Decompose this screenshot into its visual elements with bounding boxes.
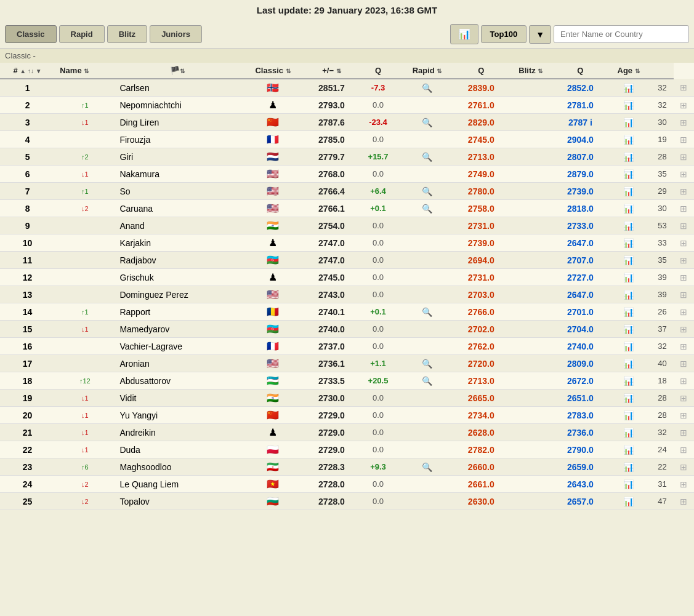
bar-icon-cell[interactable]: 📊 xyxy=(606,114,651,131)
bar-icon-cell[interactable]: 📊 xyxy=(606,355,651,372)
name-cell[interactable]: Yu Yangyi xyxy=(115,407,240,424)
bar-icon-cell[interactable]: 📊 xyxy=(606,424,651,441)
name-cell[interactable]: So xyxy=(115,183,240,200)
q1-cell[interactable]: 🔍 xyxy=(399,148,456,166)
grid-icon-cell[interactable]: ⊞ xyxy=(674,355,694,372)
classic-cell: 2736.1 xyxy=(306,355,358,372)
name-cell[interactable]: Mamedyarov xyxy=(115,321,240,338)
name-cell[interactable]: Carlsen xyxy=(115,79,240,97)
grid-icon-cell[interactable]: ⊞ xyxy=(674,286,694,303)
search-input[interactable] xyxy=(554,25,689,43)
bar-icon-cell[interactable]: 📊 xyxy=(606,217,651,234)
name-cell[interactable]: Ding Liren xyxy=(115,114,240,131)
bar-icon-cell[interactable]: 📊 xyxy=(606,407,651,424)
name-cell[interactable]: Topalov xyxy=(115,493,240,510)
grid-icon-cell[interactable]: ⊞ xyxy=(674,458,694,476)
bar-icon-cell[interactable]: 📊 xyxy=(606,493,651,510)
tab-juniors[interactable]: Juniors xyxy=(150,25,202,43)
diff-cell: 0.0 xyxy=(357,321,398,338)
bar-icon-cell[interactable]: 📊 xyxy=(606,252,651,269)
name-cell[interactable]: Dominguez Perez xyxy=(115,286,240,303)
tab-classic[interactable]: Classic xyxy=(5,25,57,43)
bar-icon-cell[interactable]: 📊 xyxy=(606,234,651,252)
bar-icon-cell[interactable]: 📊 xyxy=(606,458,651,476)
rapid-cell: 2713.0 xyxy=(455,372,507,390)
grid-icon-cell[interactable]: ⊞ xyxy=(674,148,694,166)
q1-cell xyxy=(399,441,456,458)
grid-icon-cell[interactable]: ⊞ xyxy=(674,441,694,458)
q1-cell[interactable]: 🔍 xyxy=(399,303,456,321)
grid-icon-cell[interactable]: ⊞ xyxy=(674,217,694,234)
grid-icon-cell[interactable]: ⊞ xyxy=(674,183,694,200)
grid-icon-cell[interactable]: ⊞ xyxy=(674,79,694,97)
grid-icon-cell[interactable]: ⊞ xyxy=(674,269,694,286)
top100-button[interactable]: Top100 xyxy=(481,25,527,43)
name-cell[interactable]: Firouzja xyxy=(115,131,240,148)
bar-icon-cell[interactable]: 📊 xyxy=(606,441,651,458)
name-cell[interactable]: Aronian xyxy=(115,355,240,372)
grid-icon-cell[interactable]: ⊞ xyxy=(674,252,694,269)
grid-icon-cell[interactable]: ⊞ xyxy=(674,97,694,114)
name-cell[interactable]: Nepomniachtchi xyxy=(115,97,240,114)
q1-cell[interactable]: 🔍 xyxy=(399,79,456,97)
bar-icon-cell[interactable]: 📊 xyxy=(606,79,651,97)
grid-icon-cell[interactable]: ⊞ xyxy=(674,493,694,510)
name-cell[interactable]: Maghsoodloo xyxy=(115,458,240,476)
name-cell[interactable]: Andreikin xyxy=(115,424,240,441)
tab-rapid[interactable]: Rapid xyxy=(59,25,105,43)
grid-icon-cell[interactable]: ⊞ xyxy=(674,114,694,131)
bar-icon-cell[interactable]: 📊 xyxy=(606,476,651,493)
name-cell[interactable]: Vachier-Lagrave xyxy=(115,338,240,355)
tab-blitz[interactable]: Blitz xyxy=(107,25,147,43)
diff-cell: +0.1 xyxy=(357,303,398,321)
bar-icon-cell[interactable]: 📊 xyxy=(606,286,651,303)
name-cell[interactable]: Radjabov xyxy=(115,252,240,269)
grid-icon-cell[interactable]: ⊞ xyxy=(674,424,694,441)
bar-icon-cell[interactable]: 📊 xyxy=(606,200,651,217)
q1-cell[interactable]: 🔍 xyxy=(399,200,456,217)
name-cell[interactable]: Le Quang Liem xyxy=(115,476,240,493)
name-cell[interactable]: Grischuk xyxy=(115,269,240,286)
bar-icon-cell[interactable]: 📊 xyxy=(606,372,651,390)
name-cell[interactable]: Karjakin xyxy=(115,234,240,252)
bar-icon-cell[interactable]: 📊 xyxy=(606,131,651,148)
grid-icon-cell[interactable]: ⊞ xyxy=(674,303,694,321)
bar-icon-cell[interactable]: 📊 xyxy=(606,97,651,114)
bar-icon-cell[interactable]: 📊 xyxy=(606,303,651,321)
q1-cell[interactable]: 🔍 xyxy=(399,183,456,200)
bar-icon-cell[interactable]: 📊 xyxy=(606,148,651,166)
grid-icon-cell[interactable]: ⊞ xyxy=(674,200,694,217)
q1-cell[interactable]: 🔍 xyxy=(399,458,456,476)
bar-icon-cell[interactable]: 📊 xyxy=(606,183,651,200)
grid-icon-cell[interactable]: ⊞ xyxy=(674,338,694,355)
name-cell[interactable]: Duda xyxy=(115,441,240,458)
q1-cell[interactable]: 🔍 xyxy=(399,372,456,390)
grid-icon-cell[interactable]: ⊞ xyxy=(674,321,694,338)
q1-cell[interactable]: 🔍 xyxy=(399,114,456,131)
q1-cell[interactable]: 🔍 xyxy=(399,355,456,372)
bar-icon-cell[interactable]: 📊 xyxy=(606,321,651,338)
bar-icon-cell[interactable]: 📊 xyxy=(606,166,651,183)
bar-icon-cell[interactable]: 📊 xyxy=(606,269,651,286)
name-cell[interactable]: Rapport xyxy=(115,303,240,321)
bar-icon-cell[interactable]: 📊 xyxy=(606,338,651,355)
name-cell[interactable]: Caruana xyxy=(115,200,240,217)
filter-button[interactable]: ▼ xyxy=(529,25,551,44)
grid-icon-cell[interactable]: ⊞ xyxy=(674,407,694,424)
subtitle-text: Classic - xyxy=(5,51,36,60)
bar-icon-cell[interactable]: 📊 xyxy=(606,390,651,407)
grid-icon-cell[interactable]: ⊞ xyxy=(674,131,694,148)
grid-icon-cell[interactable]: ⊞ xyxy=(674,166,694,183)
grid-icon-cell[interactable]: ⊞ xyxy=(674,390,694,407)
grid-icon-cell[interactable]: ⊞ xyxy=(674,234,694,252)
rapid-cell: 2839.0 xyxy=(455,79,507,97)
name-cell[interactable]: Giri xyxy=(115,148,240,166)
chart-button[interactable]: 📊 xyxy=(450,24,478,44)
flag-cell: 🇮🇷 xyxy=(240,458,305,476)
name-cell[interactable]: Anand xyxy=(115,217,240,234)
name-cell[interactable]: Nakamura xyxy=(115,166,240,183)
grid-icon-cell[interactable]: ⊞ xyxy=(674,372,694,390)
name-cell[interactable]: Abdusattorov xyxy=(115,372,240,390)
name-cell[interactable]: Vidit xyxy=(115,390,240,407)
grid-icon-cell[interactable]: ⊞ xyxy=(674,476,694,493)
